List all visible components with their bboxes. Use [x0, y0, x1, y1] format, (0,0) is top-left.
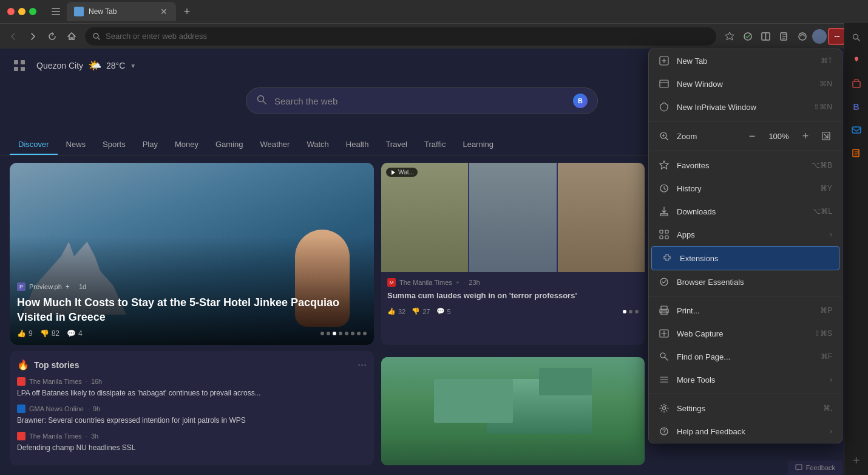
watch-image: Wat... — [381, 163, 645, 272]
menu-help-feedback[interactable]: Help and Feedback › — [649, 420, 842, 443]
top-stories-header: 🔥 Top stories ··· — [17, 358, 367, 371]
watch-widget[interactable]: Wat... M The Manila Times + · 23h Summa … — [381, 163, 645, 345]
sidebar-favorites-button[interactable] — [847, 51, 866, 70]
tab-favicon — [74, 7, 84, 16]
saved-items-button[interactable] — [776, 28, 793, 45]
svg-rect-14 — [21, 60, 25, 64]
more-button[interactable]: ··· — [358, 358, 367, 371]
close-button[interactable] — [7, 8, 15, 15]
tab-learning[interactable]: Learning — [454, 135, 502, 155]
menu-history[interactable]: History ⌘Y — [649, 177, 842, 200]
maximize-button[interactable] — [29, 8, 36, 15]
sidebar-office-button[interactable] — [847, 143, 866, 163]
help-icon — [659, 426, 670, 437]
copilot-button[interactable] — [794, 28, 811, 45]
sidebar-shopping-button[interactable] — [847, 74, 866, 94]
svg-rect-29 — [665, 236, 668, 239]
active-tab[interactable]: New Tab ✕ — [67, 2, 176, 21]
menu-print[interactable]: Print... ⌘P — [649, 299, 842, 322]
tab-play[interactable]: Play — [134, 135, 166, 155]
address-bar[interactable]: Search or enter web address — [85, 27, 716, 46]
dislikes-count[interactable]: 👎 82 — [40, 329, 59, 338]
address-search-icon — [92, 32, 101, 41]
tab-close-button[interactable]: ✕ — [159, 7, 169, 16]
menu-settings[interactable]: Settings ⌘, — [649, 397, 842, 420]
tab-health[interactable]: Health — [337, 135, 378, 155]
sidebar-add-button[interactable]: + — [847, 451, 866, 470]
settings-more-button[interactable]: ··· — [828, 28, 845, 45]
location-info[interactable]: Quezon City 🌤️ 28°C ▼ — [36, 59, 136, 72]
likes-count[interactable]: 👍 9 — [17, 329, 33, 338]
menu-inprivate[interactable]: New InPrivate Window ⇧⌘N — [649, 95, 842, 118]
tab-news[interactable]: News — [58, 135, 95, 155]
tab-traffic[interactable]: Traffic — [416, 135, 454, 155]
main-article-card[interactable]: P Preview.ph + · 1d How Much It Costs to… — [10, 163, 374, 345]
svg-rect-11 — [852, 127, 861, 133]
source-name: Preview.ph — [29, 283, 62, 290]
zoom-out-button[interactable]: − — [745, 129, 759, 143]
svg-rect-26 — [660, 230, 663, 233]
menu-apps[interactable]: Apps › — [649, 223, 842, 246]
story-item-1[interactable]: The Manila Times · 16h LPA off Batanes l… — [17, 377, 367, 398]
story-item-3[interactable]: The Manila Times · 3h Defending champ NU… — [17, 432, 367, 453]
forward-button[interactable] — [24, 28, 41, 45]
favorites-button[interactable] — [721, 28, 738, 45]
comments-count[interactable]: 💬 4 — [67, 329, 83, 338]
svg-rect-28 — [660, 236, 663, 239]
svg-rect-1 — [52, 11, 60, 12]
tab-watch[interactable]: Watch — [298, 135, 337, 155]
menu-browser-essentials[interactable]: Browser Essentials — [649, 270, 842, 293]
menu-new-window[interactable]: New Window ⌘N — [649, 72, 842, 95]
svg-marker-18 — [392, 170, 395, 175]
article-time: 1d — [79, 283, 86, 290]
browser-essentials-menu-icon — [659, 276, 670, 287]
tab-sports[interactable]: Sports — [94, 135, 134, 155]
sidebar-search-button[interactable] — [847, 28, 866, 47]
home-button[interactable] — [63, 28, 80, 45]
menu-extensions[interactable]: Extensions — [651, 246, 839, 270]
minimize-button[interactable] — [18, 8, 25, 15]
tab-travel[interactable]: Travel — [377, 135, 416, 155]
watch-dots — [623, 310, 639, 313]
menu-web-capture[interactable]: Web Capture ⇧⌘S — [649, 322, 842, 345]
add-icon: + — [66, 282, 70, 291]
menu-find-on-page[interactable]: Find on Page... ⌘F — [649, 345, 842, 368]
sidebar-bing-button[interactable]: B — [847, 97, 866, 117]
help-arrow-icon: › — [830, 427, 832, 436]
browser-essentials-button[interactable] — [739, 28, 756, 45]
sidebar-outlook-button[interactable] — [847, 120, 866, 140]
back-button[interactable] — [5, 28, 22, 45]
profile-button[interactable] — [812, 29, 827, 44]
tab-gaming[interactable]: Gaming — [207, 135, 252, 155]
split-view-button[interactable] — [758, 28, 775, 45]
search-bar[interactable]: Search the web B — [246, 87, 598, 114]
gma-logo — [17, 405, 25, 413]
top-stories-card: 🔥 Top stories ··· The Manila Times · 16h — [10, 351, 374, 465]
article-carousel-dots — [320, 332, 367, 335]
watch-dislikes[interactable]: 👎 27 — [412, 307, 430, 315]
menu-downloads[interactable]: Downloads ⌥⌘L — [649, 200, 842, 223]
news-main-column: P Preview.ph + · 1d How Much It Costs to… — [10, 163, 374, 465]
menu-favorites[interactable]: Favorites ⌥⌘B — [649, 154, 842, 177]
new-tab-button[interactable]: + — [178, 3, 195, 20]
tab-weather[interactable]: Weather — [252, 135, 299, 155]
favorites-menu-icon — [659, 160, 670, 171]
web-capture-icon — [659, 328, 670, 339]
apps-grid-button[interactable] — [10, 56, 29, 75]
menu-more-tools[interactable]: More Tools › — [649, 368, 842, 391]
inprivate-label: New InPrivate Window — [677, 103, 806, 112]
reload-button[interactable] — [44, 28, 61, 45]
sidebar-toggle[interactable] — [47, 3, 64, 20]
story-item-2[interactable]: GMA News Online · 9h Brawner: Several co… — [17, 405, 367, 426]
mid-article-card[interactable]: BisectHosting Hello - From Ad manager - … — [381, 357, 645, 465]
tab-discover[interactable]: Discover — [10, 135, 58, 155]
story-2-headline: Brawner: Several countries expressed int… — [17, 415, 367, 426]
watch-likes[interactable]: 👍 32 — [387, 307, 405, 315]
zoom-expand-button[interactable] — [820, 130, 832, 142]
menu-new-tab[interactable]: New Tab ⌘T — [649, 49, 842, 72]
svg-rect-27 — [665, 230, 668, 233]
tab-money[interactable]: Money — [166, 135, 207, 155]
watch-comments[interactable]: 💬 5 — [436, 307, 451, 315]
zoom-in-button[interactable]: + — [798, 129, 813, 143]
feedback-bar[interactable]: Feedback — [788, 460, 843, 475]
